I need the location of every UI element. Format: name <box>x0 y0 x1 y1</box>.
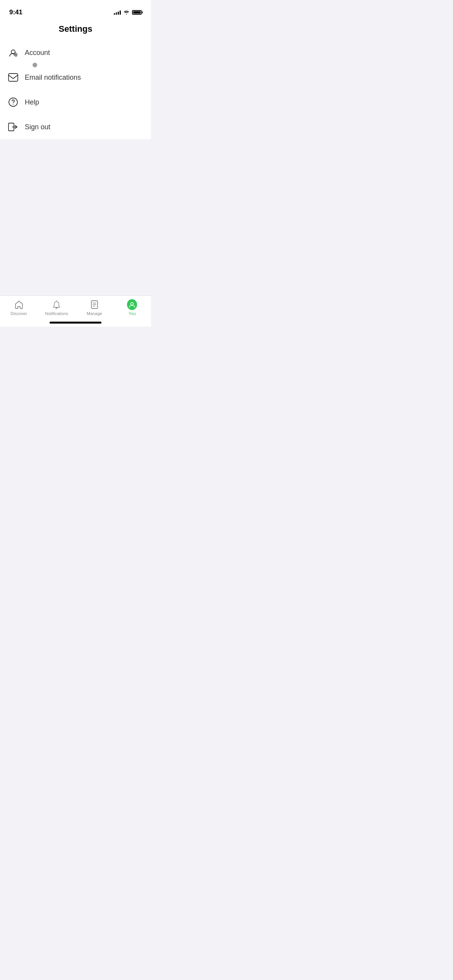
tab-discover[interactable]: Discover <box>0 300 38 316</box>
tab-manage[interactable]: Manage <box>76 300 113 316</box>
tab-you-label: You <box>129 311 136 316</box>
bell-icon <box>51 300 62 310</box>
status-bar: 9:41 <box>0 0 151 19</box>
help-menu-item[interactable]: Help <box>0 90 151 115</box>
svg-rect-2 <box>9 74 18 81</box>
svg-point-7 <box>131 303 134 305</box>
settings-header: Settings <box>0 19 151 40</box>
wifi-icon <box>123 10 130 15</box>
email-notifications-label: Email notifications <box>25 74 81 82</box>
tab-you[interactable]: You <box>113 300 151 316</box>
account-menu-item[interactable]: Account <box>0 40 151 65</box>
home-indicator <box>50 322 101 324</box>
help-icon <box>8 97 19 108</box>
divider-dot <box>33 63 37 67</box>
sign-out-icon <box>8 122 19 132</box>
tab-notifications[interactable]: Notifications <box>38 300 76 316</box>
manage-icon <box>89 300 100 310</box>
sign-out-menu-item[interactable]: Sign out <box>0 115 151 139</box>
tab-manage-label: Manage <box>87 311 102 316</box>
account-label: Account <box>25 49 50 57</box>
email-notifications-menu-item[interactable]: Email notifications <box>0 65 151 90</box>
page-title: Settings <box>59 24 93 34</box>
help-label: Help <box>25 98 39 106</box>
tab-notifications-label: Notifications <box>45 311 68 316</box>
home-icon <box>14 300 24 310</box>
tab-discover-label: Discover <box>10 311 27 316</box>
email-icon <box>8 72 19 83</box>
status-icons <box>114 10 142 15</box>
status-time: 9:41 <box>9 9 22 16</box>
sign-out-label: Sign out <box>25 123 50 131</box>
you-avatar <box>127 299 137 310</box>
person-icon <box>127 300 137 310</box>
account-icon <box>8 47 19 58</box>
signal-bars-icon <box>114 10 121 15</box>
svg-point-4 <box>13 104 14 105</box>
settings-menu: Account Email notifications Help <box>0 40 151 139</box>
battery-icon <box>132 10 142 15</box>
